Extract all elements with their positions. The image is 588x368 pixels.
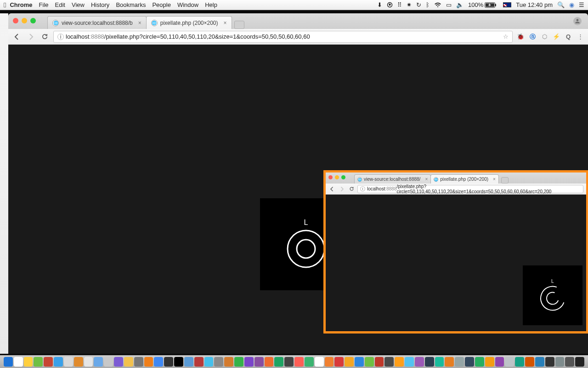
dock-app-icon[interactable] bbox=[214, 357, 223, 367]
window-zoom-button[interactable] bbox=[341, 175, 345, 179]
window-close-button[interactable] bbox=[328, 175, 333, 179]
dock-app-icon[interactable] bbox=[555, 357, 565, 367]
dock-app-icon[interactable] bbox=[445, 357, 454, 367]
dock-app-icon[interactable] bbox=[435, 357, 444, 367]
extension-icon-3[interactable]: ⬡ bbox=[540, 33, 548, 41]
dock-app-icon[interactable] bbox=[395, 357, 404, 367]
dock-app-icon[interactable] bbox=[415, 357, 424, 367]
menubar-extra-timemachine-icon[interactable]: ↻ bbox=[416, 1, 421, 8]
nav-forward-button[interactable] bbox=[338, 185, 345, 193]
nav-back-button[interactable] bbox=[328, 185, 336, 193]
menu-view[interactable]: View bbox=[72, 1, 85, 8]
dock-app-icon[interactable] bbox=[164, 357, 173, 367]
dock-app-icon[interactable] bbox=[485, 357, 494, 367]
dock-app-icon[interactable] bbox=[4, 357, 13, 367]
dock-app-icon[interactable] bbox=[365, 357, 374, 367]
tab-close-icon[interactable]: × bbox=[138, 20, 141, 26]
menubar-bluetooth-icon[interactable]: ᛒ bbox=[426, 1, 430, 8]
chrome-menu-icon[interactable]: ⋮ bbox=[576, 33, 584, 41]
dock-app-icon[interactable] bbox=[184, 357, 193, 367]
dock-app-icon[interactable] bbox=[315, 357, 324, 367]
dock-app-icon[interactable] bbox=[565, 357, 574, 367]
nav-back-button[interactable] bbox=[12, 32, 22, 42]
address-bar[interactable]: i localhost:8888/pixellate.php?circle=50… bbox=[53, 31, 513, 43]
address-bar[interactable]: i localhost:8888/pixellate.php?circle=50… bbox=[357, 185, 583, 193]
menubar-extra-record-icon[interactable]: ⦿ bbox=[387, 1, 393, 8]
new-tab-button[interactable] bbox=[501, 177, 509, 184]
dock-app-icon[interactable] bbox=[505, 357, 514, 367]
dock-app-icon[interactable] bbox=[475, 357, 484, 367]
dock-app-icon[interactable] bbox=[525, 357, 534, 367]
menu-bookmarks[interactable]: Bookmarks bbox=[116, 1, 146, 8]
menubar-flag-icon[interactable] bbox=[501, 2, 511, 7]
window-minimize-button[interactable] bbox=[22, 18, 27, 23]
dock-app-icon[interactable] bbox=[204, 357, 214, 367]
menubar-extra-dots-icon[interactable]: ⠿ bbox=[397, 1, 402, 8]
dock-app-icon[interactable] bbox=[24, 357, 33, 367]
menubar-battery[interactable]: 100% bbox=[468, 1, 497, 8]
menu-people[interactable]: People bbox=[152, 1, 170, 8]
dock-app-icon[interactable] bbox=[284, 357, 294, 367]
menubar-airplay-icon[interactable]: ▭ bbox=[446, 1, 452, 8]
apple-menu-icon[interactable]:  bbox=[4, 1, 6, 9]
menu-edit[interactable]: Edit bbox=[55, 1, 65, 8]
dock-app-icon[interactable] bbox=[465, 357, 474, 367]
dock-app-icon[interactable] bbox=[224, 357, 233, 367]
dock-app-icon[interactable] bbox=[144, 357, 153, 367]
dock-app-icon[interactable] bbox=[104, 357, 113, 367]
dock-app-icon[interactable] bbox=[44, 357, 53, 367]
menubar-volume-icon[interactable]: 🔈 bbox=[456, 1, 464, 8]
browser-tab-1[interactable]: 🌐 view-source:localhost:8888/ × bbox=[354, 174, 431, 184]
dock-app-icon[interactable] bbox=[74, 357, 83, 367]
dock-app-icon[interactable] bbox=[154, 357, 163, 367]
browser-tab-2[interactable]: 🌐 pixellate.php (200×200) × bbox=[430, 174, 499, 184]
dock-app-icon[interactable] bbox=[194, 357, 204, 367]
menubar-extra-download-icon[interactable]: ⬇︎ bbox=[377, 1, 382, 8]
dock-app-icon[interactable] bbox=[254, 357, 264, 367]
dock-app-icon[interactable] bbox=[575, 357, 584, 367]
menu-file[interactable]: File bbox=[39, 1, 49, 8]
window-close-button[interactable] bbox=[13, 18, 18, 23]
dock-app-icon[interactable] bbox=[64, 357, 73, 367]
nav-forward-button[interactable] bbox=[26, 32, 36, 42]
dock-app-icon[interactable] bbox=[274, 357, 283, 367]
dock-app-icon[interactable] bbox=[294, 357, 304, 367]
tab-close-icon[interactable]: × bbox=[493, 177, 496, 182]
dock-app-icon[interactable] bbox=[34, 357, 43, 367]
dock-app-icon[interactable] bbox=[54, 357, 63, 367]
menubar-wifi-icon[interactable] bbox=[434, 2, 441, 8]
dock-app-icon[interactable] bbox=[545, 357, 554, 367]
tab-close-icon[interactable]: × bbox=[425, 177, 428, 182]
extension-icon-1[interactable]: 🐞 bbox=[516, 33, 525, 41]
profile-avatar-icon[interactable] bbox=[573, 17, 582, 25]
dock-app-icon[interactable] bbox=[265, 357, 274, 367]
dock-app-icon[interactable] bbox=[84, 357, 93, 367]
new-tab-button[interactable] bbox=[234, 21, 244, 29]
dock-app-icon[interactable] bbox=[375, 357, 384, 367]
dock-app-icon[interactable] bbox=[345, 357, 354, 367]
dock-app-icon[interactable] bbox=[425, 357, 434, 367]
dock-app-icon[interactable] bbox=[174, 357, 183, 367]
menubar-notification-center-icon[interactable]: ☰ bbox=[579, 1, 584, 8]
extension-icon-2[interactable]: ⓐ bbox=[528, 33, 537, 41]
site-info-icon[interactable]: i bbox=[57, 34, 64, 40]
window-zoom-button[interactable] bbox=[30, 18, 36, 23]
menu-window[interactable]: Window bbox=[177, 1, 198, 8]
dock-app-icon[interactable] bbox=[515, 357, 524, 367]
dock-app-icon[interactable] bbox=[495, 357, 504, 367]
dock-app-icon[interactable] bbox=[405, 357, 414, 367]
browser-tab-1[interactable]: 🌐 view-source:localhost:8888/b × bbox=[47, 16, 147, 29]
dock-app-icon[interactable] bbox=[455, 357, 464, 367]
menubar-extra-av-icon[interactable]: ✷ bbox=[407, 1, 412, 8]
dock-app-icon[interactable] bbox=[334, 357, 344, 367]
window-minimize-button[interactable] bbox=[335, 175, 339, 179]
menu-help[interactable]: Help bbox=[205, 1, 217, 8]
nav-reload-button[interactable] bbox=[40, 32, 50, 42]
dock-app-icon[interactable] bbox=[535, 357, 544, 367]
menubar-app-name[interactable]: Chrome bbox=[10, 1, 32, 8]
dock-app-icon[interactable] bbox=[94, 357, 103, 367]
dock-app-icon[interactable] bbox=[124, 357, 133, 367]
dock-app-icon[interactable] bbox=[134, 357, 143, 367]
dock-app-icon[interactable] bbox=[305, 357, 314, 367]
dock-app-icon[interactable] bbox=[114, 357, 123, 367]
